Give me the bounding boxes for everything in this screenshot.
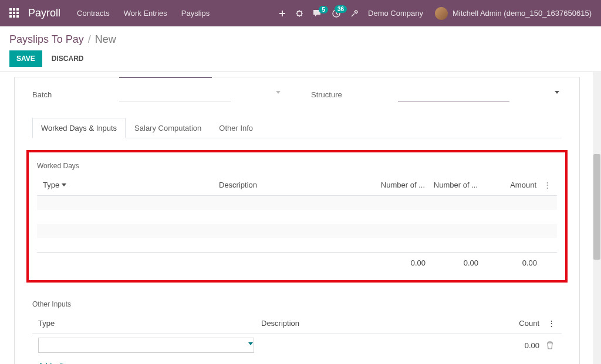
total-number-1: 0.00 [376,256,429,270]
discard-button[interactable]: DISCARD [52,55,84,63]
col-number-2[interactable]: Number of ... [428,178,481,192]
nav-payslips[interactable]: Payslips [181,9,210,18]
batch-label: Batch [32,90,119,99]
type-input[interactable] [38,338,254,353]
batch-field[interactable] [119,87,231,101]
breadcrumb-bar: Payslips To Pay / New SAVE DISCARD [0,26,601,72]
table-row [37,210,557,224]
nav-contracts[interactable]: Contracts [77,9,110,18]
col-options-icon[interactable]: ⋮ [540,178,555,192]
structure-field[interactable] [398,87,509,101]
nav-work-entries[interactable]: Work Entries [124,9,167,18]
col-count[interactable]: Count [490,317,543,330]
sort-icon [62,183,66,186]
messages-badge: 5 [319,6,328,13]
col-number-1[interactable]: Number of ... [376,178,428,192]
worked-days-highlight: Worked Days Type Description Number of .… [26,150,568,283]
breadcrumb-parent[interactable]: Payslips To Pay [9,33,84,45]
activities-badge: 36 [335,5,347,13]
table-row [37,238,557,252]
tabs: Worked Days & Inputs Salary Computation … [32,118,562,138]
user-menu[interactable]: Mitchell Admin (demo_150_1637650615) [435,7,592,20]
form-area: Batch Structure Worked Days & Inputs Sal… [0,72,601,364]
avatar [435,7,448,20]
tab-worked-days[interactable]: Worked Days & Inputs [32,118,126,138]
grid-footer: 0.00 0.00 0.00 [37,252,557,273]
new-icon[interactable] [279,10,286,17]
description-cell[interactable] [258,344,490,346]
count-cell[interactable]: 0.00 [490,340,543,351]
scrollbar-track[interactable] [593,72,601,364]
tab-other-info[interactable]: Other Info [210,118,262,138]
structure-label: Structure [311,90,398,99]
chevron-down-icon [276,91,281,94]
chevron-down-icon [248,342,253,345]
col-type[interactable]: Type [35,317,258,330]
breadcrumb-current: New [95,33,116,45]
app-brand[interactable]: Payroll [28,7,60,19]
user-name: Mitchell Admin (demo_150_1637650615) [453,9,592,18]
topbar: Payroll Contracts Work Entries Payslips … [0,0,601,26]
company-selector[interactable]: Demo Company [368,9,423,18]
scrollbar-thumb[interactable] [593,154,600,260]
save-button[interactable]: SAVE [9,50,42,67]
tools-icon[interactable] [350,9,359,18]
col-type[interactable]: Type [39,178,215,192]
table-row: 0.00 [32,334,562,356]
date-field-cut [119,77,212,78]
total-number-2: 0.00 [429,256,482,270]
delete-row-icon[interactable] [543,340,559,351]
total-amount: 0.00 [482,256,541,270]
col-description[interactable]: Description [215,178,376,192]
add-line-button[interactable]: Add a line [32,356,562,364]
breadcrumb: Payslips To Pay / New [9,33,592,46]
chevron-down-icon [555,91,559,94]
col-amount[interactable]: Amount [481,178,540,192]
table-row [37,224,557,238]
worked-days-title: Worked Days [37,162,557,170]
tab-salary-computation[interactable]: Salary Computation [126,118,210,138]
debug-icon[interactable] [295,9,303,18]
activities-icon[interactable]: 36 [332,9,341,18]
grid-header: Type Description Count ⋮ [32,313,562,334]
other-inputs-title: Other Inputs [32,300,562,308]
grid-body [37,196,557,252]
worked-days-grid: Type Description Number of ... Number of… [37,175,557,273]
form-sheet: Batch Structure Worked Days & Inputs Sal… [14,77,580,364]
grid-header: Type Description Number of ... Number of… [37,175,557,196]
col-description[interactable]: Description [258,317,490,330]
col-options-icon[interactable]: ⋮ [543,317,559,330]
messages-icon[interactable]: 5 [313,9,322,18]
table-row [37,196,557,210]
other-inputs-grid: Type Description Count ⋮ 0.00 Add a line [32,313,562,364]
apps-icon[interactable] [9,8,20,19]
